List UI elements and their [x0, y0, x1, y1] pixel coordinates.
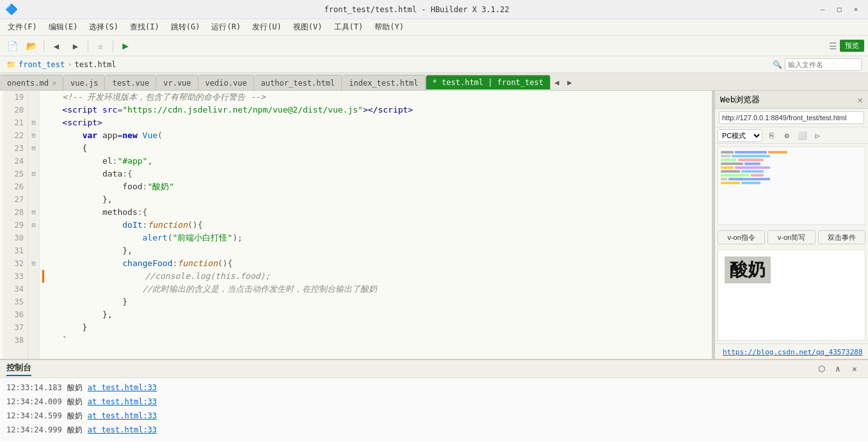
toolbar-separator-1: [44, 40, 44, 52]
menu-jump[interactable]: 跳转(G): [166, 20, 205, 34]
von-instruction-button[interactable]: v-on指令: [718, 230, 765, 244]
tab-bar: onents.md ✕ vue.js test.vue vr.vue vedio…: [0, 73, 868, 91]
console-row-3: 12:34:24.999 酸奶 at test.html:33: [6, 423, 862, 437]
line-num-20: 20: [3, 104, 28, 116]
toolbar: 📄 📂 ◀ ▶ ☆ ▶ ☰ 预览: [0, 36, 868, 56]
menu-tools[interactable]: 工具(T): [329, 20, 369, 34]
fold-btn-31: [28, 244, 39, 257]
fold-btn-20: [28, 104, 39, 116]
breadcrumb-project[interactable]: front_test: [19, 60, 65, 69]
fold-btn-22[interactable]: ⊟: [28, 129, 39, 142]
tab-close-components[interactable]: ✕: [52, 79, 56, 86]
menu-select[interactable]: 选择(S): [84, 20, 124, 34]
yogurt-display: 酸奶: [725, 257, 771, 283]
fold-btn-28[interactable]: ⊟: [28, 206, 39, 219]
tab-scroll-left[interactable]: ◀: [551, 75, 563, 90]
browser-copy-button[interactable]: ⎘: [765, 129, 778, 142]
editor-area[interactable]: 19 20 21 22 23 24 25 26 27 28 29 30 31 3…: [0, 91, 712, 359]
console-row-1: 12:34:24.009 酸奶 at test.html:33: [6, 395, 862, 409]
open-file-button[interactable]: 📂: [23, 38, 40, 54]
browser-mode-select[interactable]: PC模式 移动模式: [718, 129, 762, 142]
fold-btn-29[interactable]: ⊟: [28, 219, 39, 232]
browser-settings-button[interactable]: ⚙: [780, 129, 793, 142]
double-click-button[interactable]: 双击事件: [818, 230, 865, 244]
menu-view[interactable]: 视图(V): [288, 20, 328, 34]
fold-btn-35: [28, 296, 39, 308]
back-button[interactable]: ◀: [48, 38, 65, 54]
console-export-button[interactable]: ⬡: [814, 363, 828, 375]
line-num-26: 26: [3, 180, 28, 193]
menu-file[interactable]: 文件(F): [3, 20, 42, 34]
console-scroll-up-button[interactable]: ∧: [831, 363, 845, 375]
file-search-input[interactable]: [785, 58, 862, 71]
tab-vue[interactable]: vue.js: [63, 75, 105, 90]
tab-scroll-right[interactable]: ▶: [563, 75, 576, 90]
browser-toolbar: PC模式 移动模式 ⎘ ⚙ ⬜ ▷: [715, 127, 868, 144]
code-line-38: `: [42, 334, 709, 347]
line-num-19: 19: [3, 91, 28, 104]
fold-btn-21[interactable]: ⊟: [28, 116, 39, 129]
close-button[interactable]: ✕: [849, 3, 863, 17]
title-bar: 🔷 front_test/test.html - HBuilder X 3.1.…: [0, 0, 868, 19]
code-editor[interactable]: 19 20 21 22 23 24 25 26 27 28 29 30 31 3…: [0, 91, 712, 359]
menu-edit[interactable]: 编辑(E): [44, 20, 83, 34]
filter-icon: ☰: [829, 41, 837, 51]
code-line-29: doIt:function(){: [42, 219, 709, 232]
tab-author[interactable]: author_test.html: [254, 75, 342, 90]
fold-btn-32[interactable]: ⊟: [28, 257, 39, 270]
console-link-1[interactable]: at test.html:33: [88, 395, 157, 409]
menu-find[interactable]: 查找(I): [125, 20, 165, 34]
app-icon: 🔷: [5, 3, 18, 15]
browser-panel-close-button[interactable]: ✕: [858, 95, 863, 105]
csdn-link[interactable]: https://blog.csdn.net/qq_43573288: [719, 347, 867, 358]
console-val-1: 酸奶: [67, 395, 83, 409]
breadcrumb: 📁 front_test › test.html 🔍: [0, 56, 868, 73]
new-file-button[interactable]: 📄: [4, 38, 20, 54]
tab-label-components: onents.md: [7, 79, 49, 88]
menu-publish[interactable]: 发行(U): [247, 20, 287, 34]
tab-components[interactable]: onents.md ✕: [0, 75, 63, 90]
code-line-23: {: [42, 142, 709, 155]
code-content[interactable]: <!-- 开发环境版本，包含了有帮助的命令行警告 --> <script src…: [40, 91, 712, 359]
code-line-34: //此时输出的含义是，当点击动作发生时，在控制台输出了酸奶: [42, 283, 709, 296]
bookmark-button[interactable]: ☆: [92, 38, 109, 54]
preview-button[interactable]: 预览: [840, 40, 864, 52]
console-title: 控制台: [6, 362, 31, 376]
console-link-0[interactable]: at test.html:33: [88, 381, 157, 395]
fold-btn-25[interactable]: ⊟: [28, 168, 39, 180]
browser-url-input[interactable]: [719, 111, 864, 124]
menu-run[interactable]: 运行(R): [206, 20, 246, 34]
maximize-button[interactable]: □: [832, 3, 846, 17]
menu-help[interactable]: 帮助(Y): [369, 20, 409, 34]
breadcrumb-file: test.html: [74, 60, 116, 69]
tab-test-html[interactable]: * test.html | front_test: [426, 75, 551, 90]
line-num-24: 24: [3, 155, 28, 168]
browser-expand-button[interactable]: ⬜: [796, 129, 808, 142]
line-num-34: 34: [3, 283, 28, 296]
console-time-0: 12:33:14.183: [6, 381, 62, 395]
code-line-27: },: [42, 193, 709, 206]
tab-test-vue[interactable]: test.vue: [105, 75, 156, 90]
window-title: front_test/test.html - HBuilder X 3.1.22: [18, 5, 816, 14]
tab-vr[interactable]: vr.vue: [156, 75, 198, 90]
console-area: 控制台 ⬡ ∧ ✕ 12:33:14.183 酸奶 at test.html:3…: [0, 359, 868, 442]
toolbar-separator-3: [113, 40, 113, 52]
fold-btn-24: [28, 155, 39, 168]
line-num-37: 37: [3, 321, 28, 334]
console-link-3[interactable]: at test.html:33: [88, 423, 157, 437]
minimize-button[interactable]: —: [816, 3, 830, 17]
run-button[interactable]: ▶: [117, 38, 134, 54]
von-shorthand-button[interactable]: v-on简写: [768, 230, 815, 244]
console-content: 12:33:14.183 酸奶 at test.html:33 12:34:24…: [0, 378, 868, 442]
tab-label-test-html: * test.html | front_test: [433, 78, 543, 87]
tab-index-test[interactable]: index_test.html: [342, 75, 425, 90]
browser-more-button[interactable]: ▷: [811, 129, 824, 142]
fold-btn-23[interactable]: ⊟: [28, 142, 39, 155]
forward-button[interactable]: ▶: [67, 38, 84, 54]
console-clear-button[interactable]: ✕: [848, 363, 862, 375]
code-line-31: },: [42, 244, 709, 257]
line-num-38: 38: [3, 334, 28, 347]
console-link-2[interactable]: at test.html:33: [88, 409, 157, 423]
tab-vedio[interactable]: vedio.vue: [198, 75, 254, 90]
fold-btn-33: [28, 270, 39, 283]
